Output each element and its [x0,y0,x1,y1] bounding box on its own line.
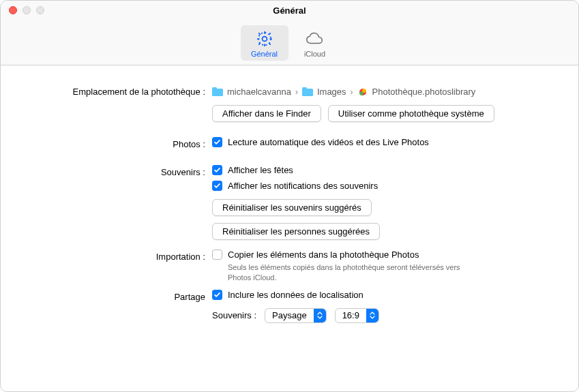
checkbox-copy-items-label: Copier les éléments dans la photothèque … [228,250,419,260]
label-sharing: Partage [14,290,212,302]
reset-suggested-people-button[interactable]: Réinitialiser les personnes suggérées [212,223,380,240]
titlebar: Général [1,1,578,20]
pref-content: Emplacement de la photothèque : michaelc… [1,65,578,344]
row-sharing: Partage Inclure les données de localisat… [14,290,565,323]
use-as-system-library-button[interactable]: Utiliser comme photothèque système [328,105,494,122]
reset-suggested-memories-button[interactable]: Réinitialiser les souvenirs suggérés [212,199,372,216]
window-title: Général [1,5,578,16]
folder-user-icon [212,87,223,97]
import-note: Seuls les éléments copiés dans la photot… [228,262,473,283]
checkbox-show-notifications[interactable] [212,181,222,191]
row-import: Importation : Copier les éléments dans l… [14,250,565,283]
checkbox-copy-items[interactable] [212,250,222,260]
tab-icloud[interactable]: iCloud [291,25,339,61]
svg-point-0 [262,37,267,42]
select-aspect-ratio-value: 16:9 [336,310,366,320]
svg-point-8 [359,91,363,95]
checkbox-include-location-label: Inclure les données de localisation [228,290,363,300]
label-memories: Souvenirs : [14,165,212,177]
folder-images-icon [302,87,313,97]
stepper-arrows-icon [314,309,326,322]
row-memories: Souvenirs : Afficher les fêtes Afficher … [14,165,565,240]
label-library-location: Emplacement de la photothèque : [14,85,212,97]
cloud-icon [305,29,325,48]
breadcrumb-seg-1[interactable]: michaelcavanna [227,87,291,97]
show-in-finder-button[interactable]: Afficher dans le Finder [212,105,321,122]
checkbox-autoplay[interactable] [212,137,222,147]
tab-icloud-label: iCloud [304,50,325,58]
row-library-location: Emplacement de la photothèque : michaelc… [14,85,565,130]
breadcrumb-seg-2[interactable]: Images [317,87,346,97]
checkbox-show-holidays-label: Afficher les fêtes [228,165,293,175]
breadcrumb-seg-3[interactable]: Photothèque.photoslibrary [372,87,476,97]
label-import: Importation : [14,250,212,262]
breadcrumb: michaelcavanna › Images › Photothèque.ph… [212,85,475,97]
select-orientation[interactable]: Paysage [265,308,327,323]
select-orientation-value: Paysage [265,310,314,320]
checkbox-show-holidays[interactable] [212,165,222,175]
svg-rect-5 [302,87,307,90]
checkbox-show-notifications-label: Afficher les notifications des souvenirs [228,181,378,191]
stepper-arrows-icon [366,309,378,322]
label-photos: Photos : [14,137,212,149]
chevron-right-icon: › [295,87,298,97]
svg-rect-3 [212,87,217,90]
row-photos: Photos : Lecture automatique des vidéos … [14,137,565,153]
chevron-right-icon: › [351,87,353,97]
tab-general-label: Général [251,50,278,58]
checkbox-autoplay-label: Lecture automatique des vidéos et des Li… [228,137,429,147]
tab-general[interactable]: Général [241,25,288,61]
photoslibrary-icon [357,87,368,97]
gear-icon [256,29,273,48]
checkbox-include-location[interactable] [212,290,222,300]
label-memories-format: Souvenirs : [212,310,256,320]
pref-toolbar: Général iCloud [1,20,578,65]
select-aspect-ratio[interactable]: 16:9 [335,308,379,323]
